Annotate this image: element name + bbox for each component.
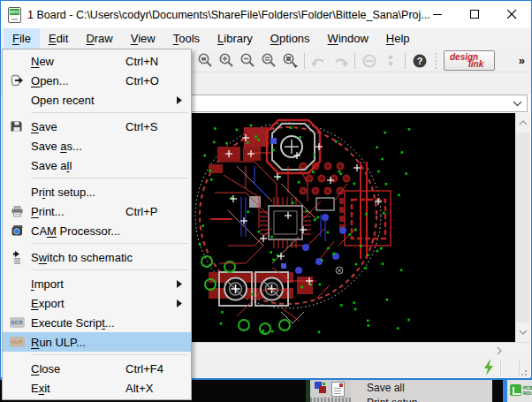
- menubar-item-library[interactable]: Library: [209, 28, 262, 49]
- zoom-out-button[interactable]: [237, 51, 258, 71]
- menu-item-label: Run ULP...: [31, 336, 125, 349]
- scr-icon: SCR: [10, 317, 25, 328]
- save-icon: [3, 120, 31, 133]
- stop-button[interactable]: [359, 51, 380, 71]
- open-icon: [3, 74, 31, 87]
- titlebar: BRD 1 Board - C:\Users\codyr\Documents\S…: [1, 1, 531, 28]
- maximize-icon: [470, 10, 480, 19]
- submenu-arrow-icon: [177, 96, 191, 104]
- toolbar-separator: [405, 53, 406, 69]
- vertical-scrollbar[interactable]: [515, 113, 530, 342]
- menu-item-import[interactable]: Import: [3, 274, 191, 293]
- sheet-icon: [331, 382, 345, 397]
- chevron-up-icon: [519, 120, 528, 125]
- menu-item-label: Save: [31, 120, 125, 133]
- menu-item-label: Switch to schematic: [31, 251, 133, 264]
- menu-separator: [3, 240, 191, 247]
- pcb-route-icon: [510, 384, 521, 396]
- submenu-arrow-icon: [177, 300, 191, 307]
- background-toolbar-fragment: [310, 380, 351, 402]
- toolbar-overflow-chevron[interactable]: »: [519, 54, 525, 67]
- menubar-item-draw[interactable]: Draw: [77, 28, 121, 49]
- menubar: FileEditDrawViewToolsLibraryOptionsWindo…: [1, 28, 531, 49]
- submenu-arrow-icon: [177, 280, 191, 288]
- scroll-down-button[interactable]: [515, 325, 530, 339]
- menu-separator: [3, 175, 191, 182]
- menu-item-execute-script[interactable]: SCRExecute Script...: [3, 313, 191, 332]
- menu-item-run-ulp[interactable]: ULPRun ULP...: [3, 332, 191, 352]
- undo-icon: [310, 54, 328, 68]
- cam-icon: [3, 224, 31, 237]
- menu-item-exit[interactable]: ExitAlt+X: [3, 378, 191, 398]
- menu-item-label: New: [31, 55, 125, 68]
- close-button[interactable]: [493, 1, 530, 27]
- resize-grip[interactable]: [518, 367, 527, 375]
- menu-item-label: Print...: [31, 205, 125, 218]
- menu-item-label: Save as...: [31, 140, 125, 153]
- menu-item-label: Execute Script...: [31, 316, 125, 330]
- board-canvas[interactable]: [193, 113, 515, 342]
- menubar-item-file[interactable]: File: [4, 28, 40, 49]
- help-button[interactable]: ?: [409, 51, 430, 71]
- menu-separator: [3, 110, 191, 117]
- scroll-right-button[interactable]: [491, 344, 507, 357]
- window-controls: [419, 1, 530, 27]
- menubar-item-edit[interactable]: Edit: [40, 28, 77, 49]
- zoom-fit-button[interactable]: [194, 51, 216, 71]
- menu-item-shortcut: Ctrl+F4: [125, 362, 177, 375]
- toolbar-separator: [354, 53, 355, 69]
- menu-item-save-as[interactable]: Save as...: [3, 136, 191, 155]
- close-icon: [507, 10, 517, 19]
- redo-button[interactable]: [330, 51, 351, 71]
- zoom-in-button[interactable]: [216, 51, 237, 71]
- menu-item-label: Open...: [31, 74, 125, 87]
- menu-separator: [3, 352, 191, 359]
- menu-item-shortcut: Ctrl+N: [125, 55, 177, 68]
- menu-separator: [3, 267, 191, 274]
- design-link-button[interactable]: design link: [444, 50, 495, 71]
- menu-item-label: Import: [31, 277, 125, 291]
- menu-item-print-setup[interactable]: Print setup...: [3, 182, 191, 201]
- menu-item-open[interactable]: Open...Ctrl+O: [3, 71, 191, 90]
- menu-item-new[interactable]: NewCtrl+N: [3, 51, 191, 71]
- menu-item-label: Exit: [31, 382, 125, 395]
- chevron-right-icon: [497, 346, 502, 355]
- menubar-item-help[interactable]: Help: [377, 28, 419, 49]
- menu-item-save-all[interactable]: Save all: [3, 155, 191, 175]
- menu-item-open-recent[interactable]: Open recent: [3, 90, 191, 110]
- menubar-item-window[interactable]: Window: [319, 28, 377, 49]
- scr-icon-cell: SCR: [3, 317, 31, 328]
- vertical-scrollbar-thumb[interactable]: [516, 133, 529, 322]
- ulp-icon-cell: ULP: [3, 337, 31, 347]
- help-icon: ?: [412, 53, 428, 69]
- zoom-in-icon: [218, 52, 235, 69]
- background-save-all-label: Save all: [367, 382, 405, 394]
- board-file-icon: BRD: [8, 7, 21, 23]
- zoom-redraw-button[interactable]: [258, 51, 279, 71]
- zoom-select-button[interactable]: [279, 51, 300, 71]
- design-link-label-2: link: [468, 59, 483, 69]
- pcb-route-label-2: ROUTE: [523, 391, 532, 396]
- zoom-fit-icon: [197, 52, 214, 69]
- zoom-select-icon: [282, 52, 299, 69]
- menu-item-label: CAM Processor...: [31, 224, 125, 238]
- undo-button[interactable]: [308, 51, 330, 71]
- layers-icon: [315, 382, 327, 394]
- menubar-item-view[interactable]: View: [122, 28, 164, 49]
- menu-item-close[interactable]: CloseCtrl+F4: [3, 359, 191, 378]
- maximize-button[interactable]: [456, 1, 493, 27]
- scroll-up-button[interactable]: [515, 116, 530, 130]
- menu-item-cam-processor[interactable]: CAM Processor...: [3, 221, 191, 240]
- menubar-item-tools[interactable]: Tools: [164, 28, 209, 49]
- menu-item-export[interactable]: Export: [3, 293, 191, 313]
- zoom-redraw-icon: [261, 52, 277, 69]
- minimize-button[interactable]: [419, 1, 456, 27]
- menu-item-shortcut: Ctrl+O: [125, 74, 177, 87]
- menu-item-print[interactable]: Print...Ctrl+P: [3, 201, 191, 221]
- go-button[interactable]: [380, 51, 401, 71]
- menu-item-save[interactable]: SaveCtrl+S: [3, 117, 191, 136]
- menu-item-shortcut: Ctrl+S: [125, 120, 177, 133]
- menu-item-switch-to-schematic[interactable]: Switch to schematic: [3, 247, 191, 267]
- menubar-item-options[interactable]: Options: [262, 28, 319, 49]
- window-title: 1 Board - C:\Users\codyr\Documents\Share…: [27, 9, 430, 21]
